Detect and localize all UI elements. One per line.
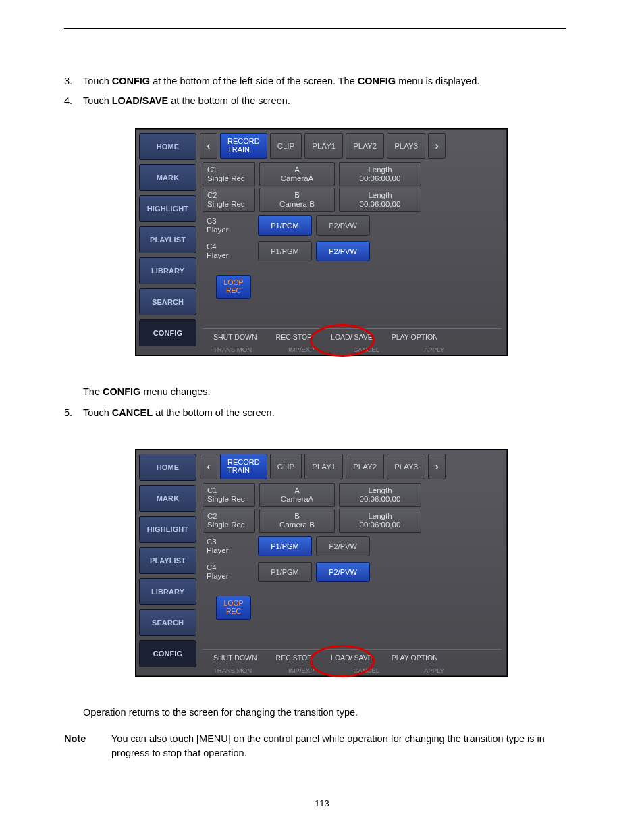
body-text: The CONFIG menu changes.: [83, 385, 566, 399]
apply-button[interactable]: APPLY: [424, 667, 444, 674]
top-tabs: ‹ RECORD TRAIN CLIP PLAY1 PLAY2 PLAY3 ›: [200, 129, 507, 159]
p2-pvw-button[interactable]: P2/PVW: [316, 241, 370, 261]
tab-play3[interactable]: PLAY3: [387, 454, 425, 479]
sidebar-search[interactable]: SEARCH: [139, 288, 196, 315]
top-tabs: ‹ RECORD TRAIN CLIP PLAY1 PLAY2 PLAY3 ›: [200, 450, 507, 479]
tab-record-train[interactable]: RECORD TRAIN: [220, 133, 267, 159]
channel-row-c4: C4Player P1/PGM P2/PVW: [203, 561, 502, 583]
channel-row-c2: C2Single Rec BCamera B Length00:06:00,00: [203, 509, 502, 532]
play-option-button[interactable]: PLAY OPTION: [392, 654, 438, 662]
sidebar-home[interactable]: HOME: [139, 454, 196, 481]
bottom-menu: SHUT DOWN REC STOP LOAD/ SAVE PLAY OPTIO…: [203, 649, 502, 676]
channel-id: C3Player: [203, 535, 254, 558]
page-number: 113: [0, 798, 644, 808]
tab-play2[interactable]: PLAY2: [346, 454, 384, 479]
config-screen-1: HOME MARK HIGHLIGHT PLAYLIST LIBRARY SEA…: [135, 128, 508, 356]
bottom-menu: SHUT DOWN REC STOP LOAD/ SAVE PLAY OPTIO…: [203, 328, 502, 355]
tab-play1[interactable]: PLAY1: [304, 133, 343, 159]
length-cell[interactable]: Length00:06:00,00: [339, 509, 421, 533]
step-text: Touch LOAD/SAVE at the bottom of the scr…: [83, 94, 566, 108]
step-text: Touch CANCEL at the bottom of the screen…: [83, 406, 566, 420]
note-label: Note: [64, 732, 111, 760]
channel-id: C2Single Rec: [203, 509, 255, 533]
tab-clip[interactable]: CLIP: [270, 133, 302, 159]
channel-id: C3Player: [203, 214, 254, 237]
channel-id: C1Single Rec: [203, 162, 255, 186]
rec-stop-button[interactable]: REC STOP: [276, 654, 312, 662]
tab-next[interactable]: ›: [428, 133, 446, 159]
step-number: 3.: [64, 74, 83, 88]
sidebar-home[interactable]: HOME: [139, 133, 196, 160]
sidebar-mark[interactable]: MARK: [139, 485, 196, 512]
cancel-button[interactable]: CANCEL: [354, 667, 380, 674]
load-save-button[interactable]: LOAD/ SAVE: [331, 333, 373, 341]
length-cell[interactable]: Length00:06:00,00: [339, 483, 421, 507]
channel-id: C1Single Rec: [203, 483, 255, 507]
tab-prev[interactable]: ‹: [200, 133, 217, 159]
p2-pvw-button[interactable]: P2/PVW: [316, 562, 370, 582]
length-cell[interactable]: Length00:06:00,00: [339, 188, 421, 212]
sidebar-highlight[interactable]: HIGHLIGHT: [139, 516, 196, 543]
tab-play3[interactable]: PLAY3: [387, 133, 425, 159]
sidebar-config[interactable]: CONFIG: [139, 640, 196, 667]
config-screen-2: HOME MARK HIGHLIGHT PLAYLIST LIBRARY SEA…: [135, 449, 508, 677]
tab-prev[interactable]: ‹: [200, 454, 217, 479]
p1-pgm-button[interactable]: P1/PGM: [258, 215, 312, 236]
trans-mon-button[interactable]: TRANS MON: [213, 667, 252, 674]
length-cell[interactable]: Length00:06:00,00: [339, 162, 421, 186]
body-text: Operation returns to the screen for chan…: [83, 706, 566, 720]
step-text: Touch CONFIG at the bottom of the left s…: [83, 74, 566, 88]
note-body: You can also touch [MENU] on the control…: [111, 732, 566, 760]
tab-play1[interactable]: PLAY1: [304, 454, 343, 479]
rec-stop-button[interactable]: REC STOP: [276, 333, 312, 341]
channel-row-c2: C2Single Rec BCamera B Length00:06:00,00: [203, 188, 502, 211]
trans-mon-button[interactable]: TRANS MON: [213, 346, 252, 353]
imp-exp-button[interactable]: IMP/EXP: [288, 667, 315, 674]
sidebar-highlight[interactable]: HIGHLIGHT: [139, 195, 196, 222]
play-option-button[interactable]: PLAY OPTION: [392, 333, 438, 341]
channel-row-c1: C1Single Rec ACameraA Length00:06:00,00: [203, 484, 502, 506]
channel-row-c1: C1Single Rec ACameraA Length00:06:00,00: [203, 163, 502, 186]
sidebar-library[interactable]: LIBRARY: [139, 257, 196, 284]
step-number: 4.: [64, 94, 83, 108]
cancel-button[interactable]: CANCEL: [354, 346, 380, 353]
tab-clip[interactable]: CLIP: [270, 454, 302, 479]
channel-id: C2Single Rec: [203, 188, 255, 212]
p2-pvw-button[interactable]: P2/PVW: [316, 536, 370, 556]
loop-rec-button[interactable]: LOOP REC: [216, 596, 251, 620]
shut-down-button[interactable]: SHUT DOWN: [213, 333, 257, 341]
sidebar-search[interactable]: SEARCH: [139, 609, 196, 636]
sidebar: HOME MARK HIGHLIGHT PLAYLIST LIBRARY SEA…: [136, 450, 200, 676]
tab-record-train[interactable]: RECORD TRAIN: [220, 454, 267, 479]
p1-pgm-button[interactable]: P1/PGM: [258, 536, 312, 556]
load-save-button[interactable]: LOAD/ SAVE: [331, 654, 373, 662]
tab-play2[interactable]: PLAY2: [346, 133, 384, 159]
channel-id: C4Player: [203, 561, 254, 583]
channel-row-c3: C3Player P1/PGM P2/PVW: [203, 214, 502, 237]
channel-row-c3: C3Player P1/PGM P2/PVW: [203, 535, 502, 558]
sidebar-library[interactable]: LIBRARY: [139, 578, 196, 605]
sidebar-playlist[interactable]: PLAYLIST: [139, 547, 196, 574]
camera-name[interactable]: BCamera B: [259, 188, 335, 212]
sidebar: HOME MARK HIGHLIGHT PLAYLIST LIBRARY SEA…: [136, 129, 200, 355]
camera-name[interactable]: ACameraA: [259, 162, 335, 186]
sidebar-mark[interactable]: MARK: [139, 164, 196, 191]
channel-id: C4Player: [203, 240, 254, 263]
camera-name[interactable]: ACameraA: [259, 483, 335, 507]
apply-button[interactable]: APPLY: [424, 346, 444, 353]
imp-exp-button[interactable]: IMP/EXP: [288, 346, 315, 353]
channel-row-c4: C4Player P1/PGM P2/PVW: [203, 240, 502, 263]
p1-pgm-button[interactable]: P1/PGM: [258, 241, 312, 261]
tab-next[interactable]: ›: [428, 454, 446, 479]
sidebar-config[interactable]: CONFIG: [139, 319, 196, 346]
sidebar-playlist[interactable]: PLAYLIST: [139, 226, 196, 253]
shut-down-button[interactable]: SHUT DOWN: [213, 654, 257, 662]
camera-name[interactable]: BCamera B: [259, 509, 335, 533]
loop-rec-button[interactable]: LOOP REC: [216, 275, 251, 299]
p2-pvw-button[interactable]: P2/PVW: [316, 215, 370, 236]
p1-pgm-button[interactable]: P1/PGM: [258, 562, 312, 582]
step-number: 5.: [64, 406, 83, 420]
